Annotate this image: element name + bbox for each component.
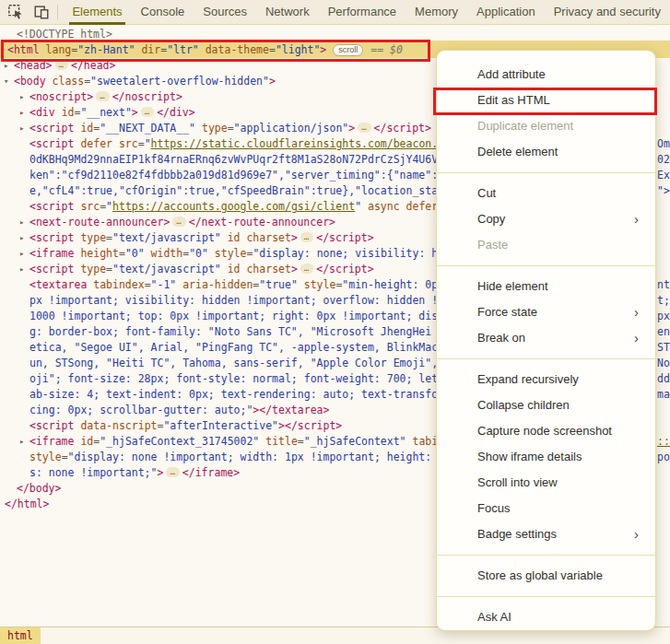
- expand-arrow-icon[interactable]: ▸: [19, 230, 24, 246]
- code-token-attr: id: [221, 231, 241, 244]
- inline-expand-ellipsis-button[interactable]: …: [358, 123, 370, 133]
- code-token-val: "sweetalert-overflow-hidden": [90, 75, 269, 88]
- tab-sources[interactable]: Sources: [194, 0, 256, 25]
- code-token-tag: <script: [29, 231, 74, 244]
- code-token-tag: <script: [29, 419, 74, 432]
- code-token-tag: </body>: [17, 482, 61, 495]
- menu-item-add-attribute[interactable]: Add attribute: [437, 62, 655, 88]
- code-token-val: "__next": [80, 106, 131, 119]
- expand-arrow-icon[interactable]: ▸: [19, 121, 24, 136]
- occluded-code-fragment: t;: [657, 293, 670, 309]
- inline-expand-ellipsis-button[interactable]: …: [166, 467, 179, 477]
- menu-item-show-iframe-details[interactable]: Show iframe details: [437, 444, 655, 470]
- code-token-val: e,"cfL4":true,"cfOrigin":true,"cfSpeedBr…: [29, 184, 451, 197]
- annotation-box-edit-as-html: [433, 88, 657, 115]
- code-token-attr: class: [46, 75, 85, 88]
- code-token-tag: <script: [29, 122, 74, 135]
- menu-item-scroll-into-view[interactable]: Scroll into view: [437, 470, 655, 496]
- tab-memory[interactable]: Memory: [406, 0, 467, 25]
- breadcrumb-item-html[interactable]: html: [0, 627, 41, 644]
- tab-network[interactable]: Network: [256, 0, 319, 25]
- menu-item-break-on[interactable]: Break on›: [437, 325, 655, 351]
- code-token-punct: =: [298, 435, 304, 448]
- code-token-tag: </script>: [374, 122, 431, 135]
- menu-item-ask-ai[interactable]: Ask AI: [437, 604, 655, 630]
- inline-expand-ellipsis-button[interactable]: …: [300, 263, 313, 274]
- occluded-code-fragment: 024: [657, 152, 670, 168]
- code-token-val: px !important; visibility: hidden !impor…: [29, 294, 451, 307]
- menu-item-store-as-global-variable[interactable]: Store as global variable: [437, 563, 655, 589]
- menu-item-force-state[interactable]: Force state›: [437, 299, 655, 325]
- code-token-val: "0": [189, 247, 208, 260]
- occluded-code-fragment: en: [657, 324, 670, 340]
- menu-separator: [437, 596, 655, 597]
- submenu-chevron-icon: ›: [634, 206, 639, 232]
- panel-tabs: ElementsConsoleSourcesNetworkPerformance…: [63, 0, 670, 25]
- code-token-attr: defer: [400, 200, 439, 213]
- code-token-val: "_hjSafeContext": [304, 435, 406, 448]
- code-token-attr: height: [74, 247, 118, 260]
- code-token-tag: <iframe: [29, 435, 74, 448]
- submenu-chevron-icon: ›: [634, 299, 639, 325]
- menu-item-badge-settings[interactable]: Badge settings›: [437, 521, 655, 547]
- tab-application[interactable]: Application: [467, 0, 545, 25]
- code-token-tag: >: [157, 466, 163, 479]
- menu-item-capture-node-screenshot[interactable]: Capture node screenshot: [437, 418, 655, 444]
- expand-arrow-icon[interactable]: ▸: [19, 215, 24, 230]
- code-token-tag: >: [291, 231, 298, 244]
- inline-expand-ellipsis-button[interactable]: …: [172, 217, 185, 227]
- code-token-val: cing: 0px; scrollbar-gutter: auto;": [29, 404, 253, 416]
- code-token-tag: <body: [14, 75, 46, 88]
- code-token-val: "-1": [151, 278, 177, 291]
- tab-privacy-and-security[interactable]: Privacy and security: [545, 0, 670, 25]
- code-token-punct: =: [62, 451, 68, 463]
- menu-item-expand-recursively[interactable]: Expand recursively: [437, 367, 655, 392]
- occluded-code-fragment: Not: [657, 356, 670, 371]
- inline-expand-ellipsis-button[interactable]: …: [300, 232, 313, 242]
- menu-item-delete-element[interactable]: Delete element: [437, 139, 655, 165]
- expand-arrow-icon[interactable]: ▸: [19, 262, 24, 277]
- expand-arrow-icon[interactable]: ▸: [19, 105, 24, 121]
- expand-arrow-icon[interactable]: ▸: [19, 89, 24, 105]
- expand-arrow-icon[interactable]: ▸: [19, 434, 24, 450]
- tab-elements[interactable]: Elements: [63, 0, 131, 25]
- code-token-val: "__NEXT_DATA__": [100, 122, 195, 135]
- menu-item-copy[interactable]: Copy›: [437, 206, 655, 232]
- inline-expand-ellipsis-button[interactable]: …: [141, 107, 154, 117]
- code-token-val: "application/json": [234, 122, 349, 135]
- code-token-tag: <textarea: [29, 278, 87, 291]
- menu-item-cut[interactable]: Cut: [437, 181, 655, 206]
- inline-expand-ellipsis-button[interactable]: …: [96, 91, 109, 101]
- code-token-tag: </iframe>: [182, 466, 240, 479]
- submenu-chevron-icon: ›: [634, 521, 639, 547]
- code-token-val: "afterInteractive": [163, 419, 278, 432]
- menu-item-focus[interactable]: Focus: [437, 496, 655, 521]
- menu-item-hide-element[interactable]: Hide element: [437, 274, 655, 299]
- annotation-box-selected-element: [1, 40, 430, 62]
- code-token-attr: id: [55, 106, 75, 119]
- code-token-val: etica, "Segoe UI", Arial, "PingFang TC",…: [29, 341, 451, 354]
- menu-item-collapse-children[interactable]: Collapse children: [437, 392, 655, 418]
- collapse-arrow-icon[interactable]: ▾: [4, 74, 8, 89]
- occluded-code-fragment: ">: [657, 183, 670, 199]
- code-token-val: "text/javascript": [112, 231, 221, 244]
- inspect-icon[interactable]: [6, 3, 26, 21]
- code-token-val: 0dKBHq9Md29nnaEIP1kf84rnaERnq6zvWvPUqr2f…: [29, 153, 451, 166]
- code-token-val: ab-size: 4; text-indent: 0px; text-rende…: [29, 388, 451, 401]
- code-token-val: s: none !important;": [29, 466, 157, 479]
- code-token-val: "text/javascript": [112, 263, 221, 275]
- tab-console[interactable]: Console: [132, 0, 194, 25]
- menu-separator: [437, 172, 655, 173]
- submenu-chevron-icon: ›: [634, 325, 639, 351]
- code-token-tag: >: [348, 122, 355, 135]
- code-token-attr: id: [74, 122, 93, 135]
- expand-arrow-icon[interactable]: ▸: [19, 246, 24, 262]
- occluded-code-fragment: Ext: [657, 168, 670, 183]
- code-token-attr: width: [145, 247, 183, 260]
- device-toolbar-icon[interactable]: [32, 3, 52, 21]
- code-token-tag: >: [269, 75, 276, 88]
- occluded-code-fragment: ::b: [657, 434, 670, 450]
- code-token-attr: style: [298, 278, 336, 291]
- code-token-val: "display: none; visibility: hid: [253, 247, 451, 260]
- tab-performance[interactable]: Performance: [319, 0, 406, 25]
